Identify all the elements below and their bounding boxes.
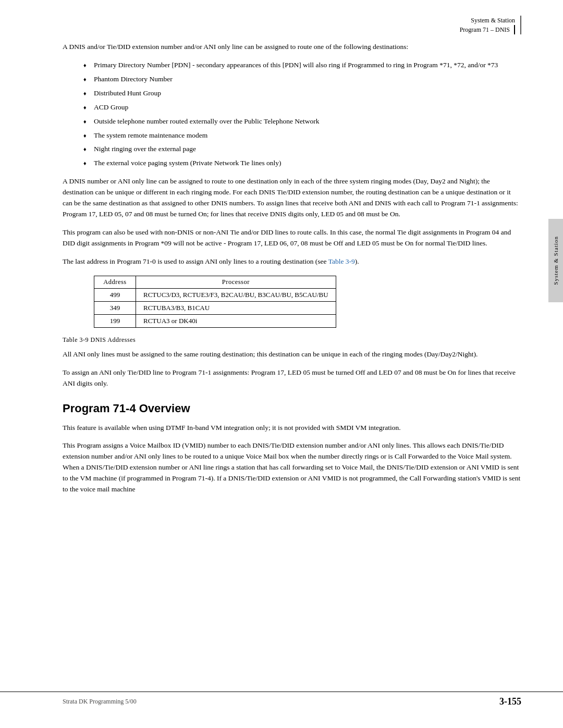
- table-caption: Table 3-9 DNIS Addresses: [63, 336, 521, 344]
- address-cell: 349: [94, 301, 136, 314]
- section-heading: Program 71-4 Overview: [63, 402, 521, 415]
- bullet-item: The system remote maintenance modem: [83, 130, 521, 141]
- bullet-item: Outside telephone number routed external…: [83, 116, 521, 127]
- paragraph7: This feature is available when using DTM…: [63, 423, 521, 434]
- paragraph4-pre: The last address in Program 71-0 is used…: [63, 257, 328, 265]
- processor-cell: RCTUBA3/B3, B1CAU: [136, 301, 336, 314]
- header-line2: Program 71 – DNIS: [460, 25, 515, 34]
- table-container: Address Processor 499RCTUC3/D3, RCTUE3/F…: [94, 276, 521, 328]
- table-row: 499RCTUC3/D3, RCTUE3/F3, B2CAU/BU, B3CAU…: [94, 288, 336, 301]
- page-container: System & Station Program 71 – DNIS Syste…: [0, 0, 563, 728]
- paragraph6: To assign an ANI only Tie/DID line to Pr…: [63, 367, 521, 389]
- bullet-item: ACD Group: [83, 102, 521, 113]
- main-content: A DNIS and/or Tie/DID extension number a…: [63, 42, 521, 495]
- paragraph2: A DNIS number or ANI only line can be as…: [63, 176, 521, 220]
- side-tab: System & Station: [548, 219, 563, 302]
- bullet-list: Primary Directory Number [PDN] - seconda…: [83, 60, 521, 169]
- paragraph3: This program can also be used with non-D…: [63, 227, 521, 249]
- page-header: System & Station Program 71 – DNIS: [460, 16, 521, 34]
- paragraph5: All ANI only lines must be assigned to t…: [63, 349, 521, 360]
- paragraph4-post: ).: [355, 257, 359, 265]
- dnis-table: Address Processor 499RCTUC3/D3, RCTUE3/F…: [94, 276, 336, 328]
- table-row: 199RCTUA3 or DK40i: [94, 314, 336, 327]
- paragraph4: The last address in Program 71-0 is used…: [63, 256, 521, 267]
- address-cell: 499: [94, 288, 136, 301]
- header-line1: System & Station: [460, 16, 515, 25]
- intro-paragraph: A DNIS and/or Tie/DID extension number a…: [63, 42, 521, 53]
- page-footer: Strata DK Programming 5/00 3-155: [0, 692, 563, 707]
- paragraph8: This Program assigns a Voice Mailbox ID …: [63, 440, 521, 495]
- bullet-item: Distributed Hunt Group: [83, 88, 521, 99]
- side-tab-label: System & Station: [553, 236, 559, 285]
- address-cell: 199: [94, 314, 136, 327]
- footer-right: 3-155: [499, 696, 521, 707]
- footer-left: Strata DK Programming 5/00: [63, 698, 137, 706]
- bullet-item: Primary Directory Number [PDN] - seconda…: [83, 60, 521, 71]
- table-link[interactable]: Table 3-9: [328, 257, 355, 265]
- bullet-item: The external voice paging system (Privat…: [83, 158, 521, 169]
- bullet-item: Night ringing over the external page: [83, 144, 521, 155]
- processor-cell: RCTUC3/D3, RCTUE3/F3, B2CAU/BU, B3CAU/BU…: [136, 288, 336, 301]
- table-row: 349RCTUBA3/B3, B1CAU: [94, 301, 336, 314]
- col2-header: Processor: [136, 276, 336, 288]
- processor-cell: RCTUA3 or DK40i: [136, 314, 336, 327]
- bullet-item: Phantom Directory Number: [83, 74, 521, 85]
- col1-header: Address: [94, 276, 136, 288]
